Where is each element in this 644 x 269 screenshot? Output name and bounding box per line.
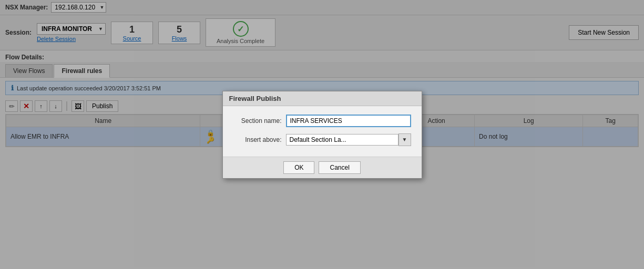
cancel-button[interactable]: Cancel	[319, 161, 360, 174]
insert-above-dropdown-arrow[interactable]: ▼	[398, 133, 411, 146]
insert-above-select[interactable]: Default Section La...	[286, 134, 398, 146]
section-name-label: Section name:	[233, 117, 286, 125]
modal-title-bar: Firewall Publish	[223, 91, 422, 106]
insert-above-field: Insert above: Default Section La... ▼	[233, 133, 411, 146]
ok-button[interactable]: OK	[283, 161, 314, 174]
firewall-publish-modal: Firewall Publish Section name: Insert ab…	[222, 91, 422, 179]
modal-body: Section name: Insert above: Default Sect…	[223, 106, 422, 157]
section-name-field: Section name:	[233, 115, 411, 127]
modal-footer: OK Cancel	[223, 157, 422, 178]
insert-above-dropdown-wrapper: Default Section La... ▼	[286, 133, 411, 146]
section-name-input[interactable]	[286, 115, 411, 127]
modal-overlay: Firewall Publish Section name: Insert ab…	[0, 0, 644, 269]
insert-above-label: Insert above:	[233, 136, 286, 143]
modal-title: Firewall Publish	[229, 95, 281, 102]
